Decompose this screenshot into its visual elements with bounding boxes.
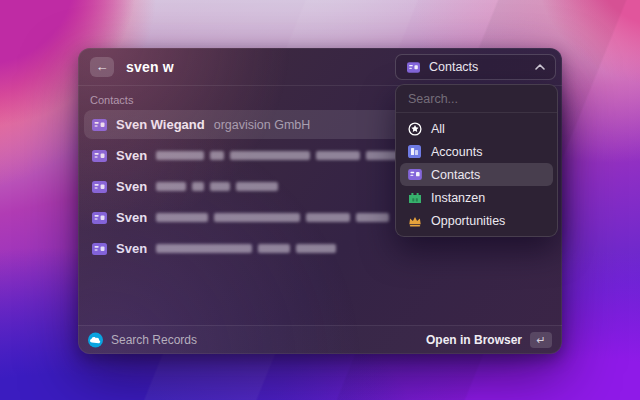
record-name: Sven [116, 179, 147, 194]
scope-item-accounts[interactable]: Accounts [400, 140, 553, 163]
redacted-text [156, 244, 336, 253]
scope-item-opportunities[interactable]: Opportunities [400, 209, 553, 232]
scope-dropdown-label: Contacts [429, 60, 527, 74]
scope-dropdown-panel: AllAccountsContactsInstanzenOpportunitie… [395, 84, 558, 237]
search-query[interactable]: sven w [126, 59, 174, 75]
redacted-text [156, 182, 278, 191]
scope-search[interactable] [396, 85, 557, 113]
search-bar: ← sven w Contacts [78, 48, 562, 86]
scope-item-label: Instanzen [431, 191, 485, 205]
contacts-icon [407, 169, 422, 180]
scope-item-label: Opportunities [431, 214, 505, 228]
scope-item-label: All [431, 122, 445, 136]
scope-list: AllAccountsContactsInstanzenOpportunitie… [396, 113, 557, 236]
record-name: Sven Wiegand [116, 117, 205, 132]
record-name: Sven [116, 210, 147, 225]
chevron-up-icon [535, 64, 545, 70]
scope-dropdown-button[interactable]: Contacts [395, 54, 556, 80]
search-overlay-window: ← sven w Contacts Contacts Sven Wiegando… [78, 48, 562, 354]
contacts-icon [406, 62, 421, 73]
footer-bar: Search Records Open in Browser ↵ [78, 325, 562, 354]
open-in-browser-action[interactable]: Open in Browser [426, 333, 522, 347]
instanzen-icon [407, 191, 422, 204]
opportunities-icon [407, 215, 422, 227]
enter-key-icon: ↵ [530, 332, 552, 348]
app-name: Search Records [111, 333, 197, 347]
contact-record-icon [92, 181, 107, 193]
contact-record-icon [92, 243, 107, 255]
scope-item-label: Contacts [431, 168, 480, 182]
list-item[interactable]: Sven [84, 234, 556, 263]
record-name: Sven [116, 241, 147, 256]
scope-item-all[interactable]: All [400, 117, 553, 140]
all-icon [407, 122, 422, 136]
contact-record-icon [92, 119, 107, 131]
scope-item-contacts[interactable]: Contacts [400, 163, 553, 186]
record-company: orgavision GmbH [214, 118, 311, 132]
accounts-icon [407, 145, 422, 158]
salesforce-cloud-icon [88, 332, 103, 348]
arrow-left-icon: ← [96, 60, 109, 73]
contact-record-icon [92, 150, 107, 162]
scope-item-instanzen[interactable]: Instanzen [400, 186, 553, 209]
scope-search-input[interactable] [406, 91, 547, 107]
back-button[interactable]: ← [90, 57, 114, 77]
scope-item-label: Accounts [431, 145, 482, 159]
record-name: Sven [116, 148, 147, 163]
redacted-text [156, 151, 401, 160]
redacted-text [156, 213, 389, 222]
contact-record-icon [92, 212, 107, 224]
